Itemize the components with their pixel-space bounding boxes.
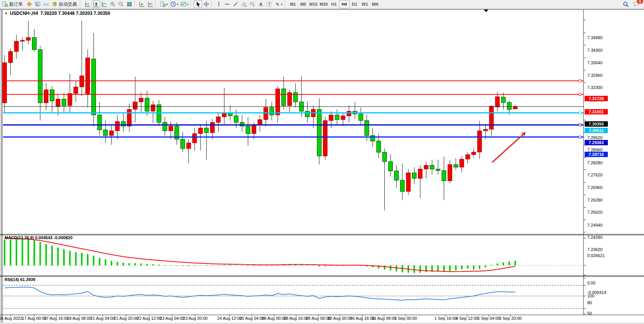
crosshair-icon (203, 1, 209, 7)
candle-body (127, 110, 131, 126)
metaeditor-icon (26, 1, 32, 7)
vertical-line-tool[interactable] (215, 0, 223, 8)
candle-body (394, 171, 399, 180)
candle-body (258, 120, 262, 125)
timeframe-button-w1[interactable]: W1 (360, 0, 370, 8)
text-tool[interactable]: A (257, 0, 265, 8)
candle-body (169, 126, 173, 131)
new-chart-dropdown[interactable]: ▾ (159, 0, 169, 8)
candle-body (187, 143, 191, 149)
chart-shift-marker[interactable] (484, 10, 488, 12)
macd-histogram-bar (247, 265, 249, 266)
timeframe-button-m30[interactable]: M30 (319, 0, 329, 8)
vertical-line-icon (216, 1, 222, 7)
horizontal-line-tool[interactable] (223, 0, 231, 8)
candle-body (513, 106, 517, 109)
zoom-in-button[interactable] (108, 0, 117, 8)
macd-histogram-bar (176, 265, 177, 266)
candle-body (329, 115, 333, 121)
arrows-dropdown[interactable]: ▾ (273, 0, 284, 8)
notifications-button[interactable]: 1 (632, 0, 641, 8)
signals-button[interactable] (42, 0, 50, 8)
channel-tool[interactable]: E (240, 0, 248, 8)
price-tick-label: 50 (587, 311, 592, 316)
zoom-out-button[interactable] (117, 0, 125, 8)
cursor-button[interactable] (194, 0, 202, 8)
text-label-tool[interactable]: T (265, 0, 273, 8)
candle-body (240, 122, 244, 126)
price-tick-label: 0.00 (587, 281, 595, 285)
timeframe-button-m15[interactable]: M15 (308, 0, 319, 8)
price-tick-label: 7.24940 (587, 223, 603, 227)
timeframe-button-d1[interactable]: D1 (349, 0, 360, 8)
chart-shift-button[interactable] (146, 0, 155, 8)
timeframe-group: M1M5M15M30H1H4D1W1MN (288, 0, 380, 8)
candle-body (264, 108, 268, 120)
strategy-tester-button[interactable] (33, 0, 42, 8)
candle-body (495, 97, 499, 107)
auto-scroll-button[interactable] (138, 0, 146, 8)
timeframe-button-h1[interactable]: H1 (329, 0, 339, 8)
candle-body (472, 152, 476, 155)
metaeditor-button[interactable] (25, 0, 33, 8)
fibonacci-icon: F (249, 1, 255, 7)
macd-histogram-bar (437, 265, 439, 272)
new-order-button[interactable]: 新订单 (1, 0, 25, 8)
level-price-badge: 7.31729 (585, 96, 608, 101)
macd-histogram-bar (485, 265, 486, 267)
svg-text:E: E (245, 5, 247, 7)
price-tick-label: 7.32300 (587, 85, 603, 90)
candle-body (323, 121, 327, 156)
date-tick-label: 21 Aug 04:00 (91, 316, 115, 321)
candle-body (400, 180, 405, 191)
macd-histogram-bar (152, 264, 154, 265)
candle-body (406, 173, 410, 191)
date-tick-label: 17 Aug 16:00 (44, 316, 69, 321)
candle-body (246, 126, 250, 134)
candle-body (86, 58, 90, 94)
line-chart-button[interactable] (100, 0, 108, 8)
fibonacci-tool[interactable]: F (248, 0, 257, 8)
macd-histogram-bar (515, 261, 516, 265)
price-tick-label: 7.27620 (587, 173, 603, 177)
timeframe-button-mn[interactable]: MN (370, 0, 380, 8)
trendline-tool[interactable] (231, 0, 240, 8)
chart-canvas[interactable] (0, 9, 644, 324)
chart-shift-icon (147, 1, 153, 7)
search-button[interactable] (622, 0, 630, 8)
templates-dropdown[interactable]: ▾ (179, 0, 190, 8)
candlestick-chart-button[interactable] (92, 0, 100, 8)
date-tick-label: 1 Sep 16:00 (434, 316, 457, 321)
candle-body (56, 99, 60, 107)
zoom-out-icon (118, 1, 124, 7)
candle-body (44, 90, 48, 103)
candle-body (293, 92, 298, 102)
tile-windows-button[interactable] (125, 0, 134, 8)
timeframe-button-m1[interactable]: M1 (288, 0, 298, 8)
candle-body (418, 169, 422, 179)
macd-histogram-bar (384, 265, 385, 270)
candle-body (442, 170, 446, 181)
bar-chart-button[interactable] (83, 0, 92, 8)
candle-body (216, 117, 220, 122)
chart-collapse-icon[interactable]: ▼ (5, 12, 8, 15)
macd-histogram-bar (27, 239, 29, 265)
line-anchor-handle (579, 80, 581, 82)
timeframe-button-h4[interactable]: H4 (339, 0, 349, 8)
date-tick-label: 21 Aug 20:00 (114, 316, 139, 321)
macd-histogram-bar (426, 265, 427, 272)
macd-histogram-bar (63, 249, 65, 265)
new-order-icon (2, 1, 8, 7)
line-anchor-handle (579, 112, 581, 114)
autotrading-button[interactable]: 自动交易 (50, 0, 79, 8)
date-tick-label: 18 Aug 08:00 (67, 316, 92, 321)
candle-body (234, 116, 238, 122)
autotrading-icon (51, 1, 57, 7)
toolbar: 新订单 自动交易 ▾ ▾ ▾ E F A T ▾ M (0, 0, 644, 9)
timeframe-button-m5[interactable]: M5 (298, 0, 308, 8)
svg-text:F: F (253, 5, 255, 7)
periods-dropdown[interactable]: ▾ (169, 0, 179, 8)
crosshair-button[interactable] (202, 0, 210, 8)
macd-histogram-bar (146, 264, 148, 265)
candle-body (341, 116, 345, 120)
